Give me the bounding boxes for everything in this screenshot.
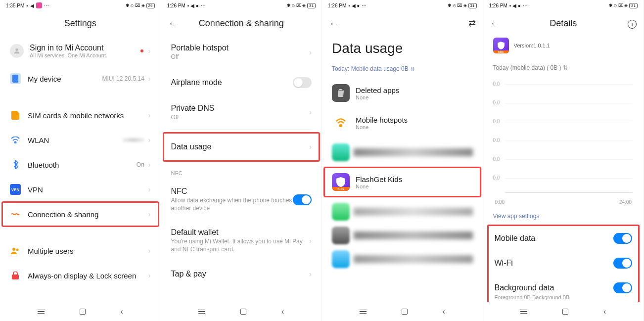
svg-point-3 [12, 248, 15, 251]
trash-icon [332, 84, 350, 102]
mobile-data-row[interactable]: Mobile data [492, 226, 636, 251]
nfc-item[interactable]: NFC Allow data exchange when the phone t… [168, 179, 315, 220]
chevron-right-icon: › [309, 48, 312, 56]
nfc-toggle[interactable] [293, 194, 312, 205]
nav-home-icon[interactable] [240, 309, 246, 315]
view-app-settings-link[interactable]: View app settings [490, 205, 637, 225]
bt-mute-icon: ✱ ⦸ [126, 3, 134, 8]
status-time: 1:35 PM [6, 3, 24, 8]
nav-recent-icon[interactable] [360, 310, 367, 314]
nav-recent-icon[interactable] [38, 310, 45, 314]
nav-home-icon[interactable] [562, 309, 568, 315]
bluetooth-icon [10, 159, 21, 170]
chevron-right-icon: › [309, 143, 312, 151]
chevron-right-icon: › [148, 75, 151, 83]
aod-item[interactable]: Always-on display & Lock screen › [7, 263, 154, 288]
sim-item[interactable]: SIM cards & mobile networks › [7, 103, 154, 128]
connection-sharing-item[interactable]: Connection & sharing › [2, 202, 159, 227]
svg-point-6 [340, 125, 342, 127]
status-bar: 1:26 PM ▪ ◀ ● ⋯ ✱ ⦸ ⌧ ◈ 31 [483, 0, 644, 11]
background-data-row[interactable]: Background data [492, 275, 636, 294]
wifi-icon [332, 114, 350, 132]
nav-bar: ‹ [322, 302, 483, 321]
flashget-kids-item[interactable]: Kids FlashGet Kids None [324, 167, 481, 197]
nav-recent-icon[interactable] [198, 310, 205, 314]
battery-icon: 31 [307, 3, 316, 8]
tap-pay-item[interactable]: Tap & pay › [168, 262, 315, 286]
nav-home-icon[interactable] [80, 309, 86, 315]
multiple-users-item[interactable]: Multiple users › [7, 238, 154, 263]
private-dns-item[interactable]: Private DNS Off › [168, 96, 315, 130]
chevron-right-icon: › [148, 247, 151, 255]
status-bar: 1:26 PM ▪ ◀ ● ⋯ ✱ ⦸ ⌧ ◈ 31 [322, 0, 483, 11]
nfc-section-label: NFC [168, 161, 315, 179]
page-title: Connection & sharing [161, 18, 322, 29]
back-button[interactable]: ← [490, 18, 502, 29]
sim-icon [10, 110, 21, 121]
battery-icon: 31 [468, 3, 477, 8]
back-button[interactable]: ← [168, 18, 180, 29]
status-icon: ▪ [26, 3, 28, 8]
svg-rect-1 [12, 75, 18, 83]
bluetooth-item[interactable]: Bluetooth On › [7, 152, 154, 177]
mobile-data-toggle[interactable] [613, 233, 632, 244]
signal-icon: ⌧ ◈ [135, 3, 145, 8]
nav-back-icon[interactable]: ‹ [443, 307, 445, 316]
portable-hotspot-item[interactable]: Portable hotspot Off › [168, 36, 315, 69]
chevron-right-icon: › [148, 185, 151, 193]
vpn-icon: VPN [10, 184, 21, 195]
status-time: 1:26 PM [489, 3, 507, 8]
airplane-toggle[interactable] [293, 77, 312, 88]
data-usage-item[interactable]: Data usage › [163, 133, 320, 161]
header: ← Connection & sharing [161, 11, 322, 36]
nav-back-icon[interactable]: ‹ [281, 307, 284, 316]
blurred-app-item [332, 250, 473, 268]
nav-back-icon[interactable]: ‹ [603, 307, 606, 316]
app-version-row: Kids Version:1.0.1.1 [490, 36, 637, 58]
mobile-hotspots-item[interactable]: Mobile hotspots None [329, 108, 476, 138]
svg-point-0 [15, 48, 18, 51]
switch-icon[interactable]: ⇄ [468, 18, 476, 29]
default-wallet-item[interactable]: Default wallet You're using Mi Wallet. I… [168, 220, 315, 261]
phone-connection: 1:26 PM ▪ ◀ ● ⋯ ✱ ⦸ ⌧ ◈ 31 ← Connection … [161, 0, 322, 321]
device-icon [10, 73, 21, 84]
send-icon: ◀ [30, 3, 34, 8]
nav-recent-icon[interactable] [520, 310, 527, 314]
status-bar: 1:35 PM ▪ ◀ ⋯ ✱ ⦸ ⌧ ◈ 29 [0, 0, 161, 11]
filter-dropdown[interactable]: Today: Mobile data usage 0B⇅ [329, 65, 476, 78]
nav-back-icon[interactable]: ‹ [121, 307, 123, 316]
phone-settings: 1:35 PM ▪ ◀ ⋯ ✱ ⦸ ⌧ ◈ 29 Settings Sign i… [0, 0, 161, 321]
background-data-toggle[interactable] [613, 282, 632, 293]
wifi-row[interactable]: Wi-Fi [492, 251, 636, 275]
chevron-right-icon: › [309, 108, 312, 116]
caret-icon: ⇅ [411, 66, 414, 72]
vpn-item[interactable]: VPN VPN › [7, 177, 154, 202]
flashget-icon: Kids [332, 173, 350, 191]
my-device-item[interactable]: My device MIUI 12 20.5.14 › [7, 66, 154, 91]
airplane-mode-item[interactable]: Airplane mode [168, 69, 315, 96]
chevron-right-icon: › [148, 111, 151, 119]
period-dropdown[interactable]: Today (mobile data) ( 0B ) ⇅ [490, 58, 637, 73]
info-button[interactable]: i [628, 18, 637, 29]
chevron-right-icon: › [148, 136, 151, 144]
usage-chart: 0.0 0.0 0.0 0.0 0.0 0.0 0:00 24:00 [490, 81, 637, 205]
wifi-toggle[interactable] [613, 258, 632, 269]
chevron-right-icon: › [309, 237, 312, 245]
avatar-icon [10, 44, 24, 58]
nav-home-icon[interactable] [402, 309, 408, 315]
users-icon [10, 245, 21, 256]
blurred-app-item [332, 203, 473, 221]
sign-in-account[interactable]: Sign in to Mi Account All Mi services. O… [7, 36, 154, 66]
nav-bar: ‹ [0, 302, 161, 321]
status-bar: 1:26 PM ▪ ◀ ● ⋯ ✱ ⦸ ⌧ ◈ 31 [161, 0, 322, 11]
chevron-right-icon: › [148, 272, 151, 279]
back-button[interactable]: ← [329, 18, 341, 29]
header: ← Details i [483, 11, 644, 36]
deleted-apps-item[interactable]: Deleted apps None [329, 78, 476, 108]
chevron-right-icon: › [148, 47, 151, 55]
blurred-app-item [332, 227, 473, 244]
chevron-right-icon: › [309, 270, 312, 278]
wlan-item[interactable]: WLAN › [7, 128, 154, 152]
status-time: 1:26 PM [328, 3, 346, 8]
more-icon: ⋯ [523, 3, 528, 8]
